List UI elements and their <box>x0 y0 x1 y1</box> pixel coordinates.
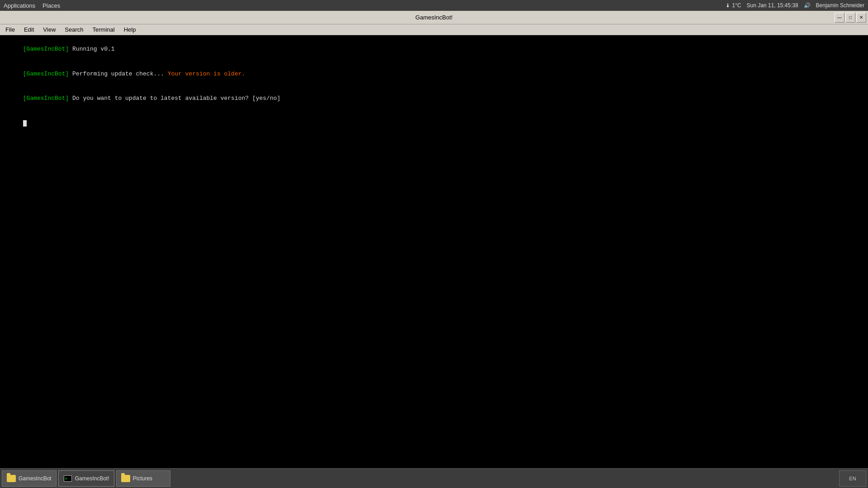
datetime-display: Sun Jan 11, 15:45:38 <box>747 2 798 9</box>
menu-view[interactable]: View <box>39 25 59 34</box>
taskbar: GamesIncBot GamesIncBot! Pictures EN <box>0 468 868 488</box>
taskbar-folder-icon-2 <box>121 474 130 483</box>
menu-help[interactable]: Help <box>120 25 140 34</box>
taskbar-terminal-icon <box>63 474 72 483</box>
taskbar-item-pictures[interactable]: Pictures <box>116 470 170 487</box>
tag-line1: [GamesIncBot] <box>23 46 69 52</box>
menu-terminal[interactable]: Terminal <box>89 25 118 34</box>
maximize-button[interactable]: □ <box>845 13 855 23</box>
user-display: Benjamin Schneider <box>816 2 864 9</box>
window-title: GamesIncBot! <box>415 14 453 21</box>
text-line1: Running v0.1 <box>69 46 114 52</box>
window-controls: — □ ✕ <box>835 13 866 23</box>
taskbar-item-gamesincbot-icon[interactable]: GamesIncBot <box>2 470 57 487</box>
menu-file[interactable]: File <box>2 25 19 34</box>
window-titlebar: GamesIncBot! — □ ✕ <box>0 11 868 24</box>
volume-icon[interactable]: 🔊 <box>804 2 811 9</box>
taskbar-label-gamesincbot-terminal: GamesIncBot! <box>75 475 109 482</box>
taskbar-folder-icon-1 <box>7 474 16 483</box>
close-button[interactable]: ✕ <box>856 13 866 23</box>
menu-search[interactable]: Search <box>61 25 87 34</box>
folder-shape-2 <box>121 475 130 482</box>
system-bar-right: 🌡 1°C Sun Jan 11, 15:45:38 🔊 Benjamin Sc… <box>725 2 864 9</box>
highlight-line2: Your version is older. <box>168 70 245 77</box>
weather-widget: 🌡 1°C <box>725 2 741 9</box>
terminal-line-3: [GamesIncBot] Do you want to update to l… <box>2 86 866 111</box>
tag-line3: [GamesIncBot] <box>23 95 69 102</box>
taskbar-label-gamesincbot-icon: GamesIncBot <box>19 475 52 482</box>
system-tray[interactable]: EN <box>839 470 866 487</box>
taskbar-right: EN <box>839 470 866 487</box>
terminal-window: GamesIncBot! — □ ✕ File Edit View Search… <box>0 11 868 468</box>
menu-bar: File Edit View Search Terminal Help <box>0 24 868 35</box>
menu-edit[interactable]: Edit <box>20 25 38 34</box>
taskbar-label-pictures: Pictures <box>133 475 152 482</box>
tag-line2: [GamesIncBot] <box>23 70 69 77</box>
taskbar-item-gamesincbot-terminal[interactable]: GamesIncBot! <box>58 470 114 487</box>
places-menu[interactable]: Places <box>42 2 60 9</box>
terminal-line-2: [GamesIncBot] Performing update check...… <box>2 62 866 87</box>
system-bar: Applications Places 🌡 1°C Sun Jan 11, 15… <box>0 0 868 11</box>
terminal-shape <box>64 475 72 482</box>
terminal-cursor <box>23 120 27 127</box>
applications-menu[interactable]: Applications <box>4 2 35 9</box>
terminal-input-line <box>2 111 866 136</box>
text-line2: Performing update check... <box>69 70 167 77</box>
system-bar-left: Applications Places <box>4 2 60 9</box>
terminal-line-1: [GamesIncBot] Running v0.1 <box>2 37 866 62</box>
folder-shape-1 <box>7 475 16 482</box>
minimize-button[interactable]: — <box>835 13 844 23</box>
text-line3: Do you want to update to latest availabl… <box>69 95 280 102</box>
terminal-content[interactable]: [GamesIncBot] Running v0.1 [GamesIncBot]… <box>0 35 868 468</box>
